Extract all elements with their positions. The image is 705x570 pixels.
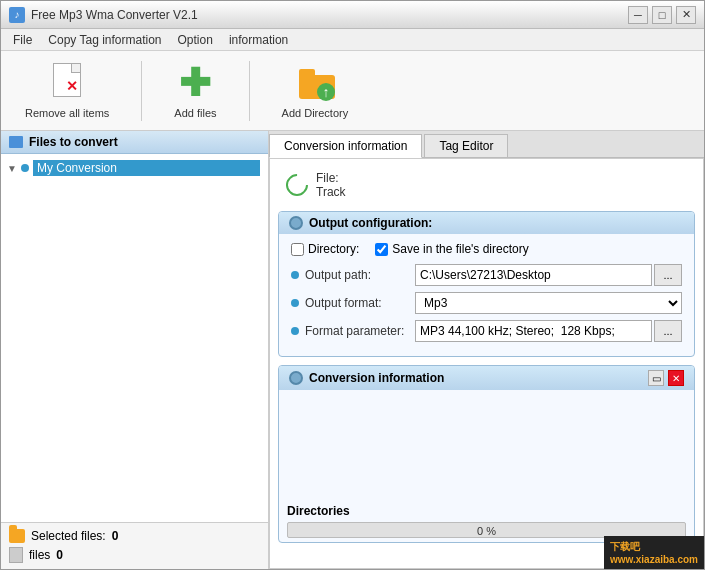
conv-info-header: Conversion information ▭ ✕ [279,366,694,390]
conv-info-minimize[interactable]: ▭ [648,370,664,386]
save-files-dir-checkbox[interactable] [375,243,388,256]
refresh-icon [281,169,312,200]
file-track-info: File: Track [316,171,346,199]
directories-label: Directories [287,504,686,518]
output-config-content: Directory: Save in the file's directory … [279,234,694,356]
tree-item-my-conversion[interactable]: My Conversion [33,160,260,176]
right-content: File: Track Output configuration: [269,158,704,569]
add-files-label: Add files [174,107,216,119]
minimize-button[interactable]: ─ [628,6,648,24]
file-info-row: File: Track [278,167,695,203]
files-header: Files to convert [1,131,268,154]
conv-info-icon [289,371,303,385]
add-directory-icon: ↑ [295,63,335,103]
menu-bar: File Copy Tag information Option informa… [1,29,704,51]
tree-expand-icon: ▼ [7,163,17,174]
output-config-header: Output configuration: [279,212,694,234]
left-status: Selected files: 0 files 0 [1,522,268,569]
tree-item-label: My Conversion [37,161,117,175]
window-title: Free Mp3 Wma Converter V2.1 [31,8,628,22]
output-format-dot [291,299,299,307]
output-path-dot [291,271,299,279]
tree-expand-root: ▼ My Conversion [5,158,264,178]
menu-copy-tag[interactable]: Copy Tag information [40,31,169,49]
tree-dot [21,164,29,172]
menu-file[interactable]: File [5,31,40,49]
remove-all-button[interactable]: ✕ Remove all items [17,59,117,123]
tab-conversion-info[interactable]: Conversion information [269,134,422,158]
menu-option[interactable]: Option [170,31,221,49]
format-param-label: Format parameter: [305,324,415,338]
output-format-select[interactable]: Mp3 [415,292,682,314]
output-format-row: Output format: Mp3 [291,292,682,314]
directory-checkbox[interactable] [291,243,304,256]
status-selected-row: Selected files: 0 [9,527,260,545]
add-directory-button[interactable]: ↑ Add Directory [274,59,357,123]
config-gear-icon [289,216,303,230]
maximize-button[interactable]: □ [652,6,672,24]
conv-info-body [279,390,694,500]
add-files-icon: ✚ [175,63,215,103]
file-label: File: [316,171,346,185]
toolbar: ✕ Remove all items ✚ Add files [1,51,704,131]
files-tree: ▼ My Conversion [1,154,268,522]
output-path-browse[interactable]: ... [654,264,682,286]
output-path-row: Output path: ... [291,264,682,286]
directory-checkbox-label[interactable]: Directory: [291,242,359,256]
left-panel: Files to convert ▼ My Conversion Selec [1,131,269,569]
output-path-label: Output path: [305,268,415,282]
menu-information[interactable]: information [221,31,296,49]
remove-icon: ✕ [47,63,87,103]
toolbar-separator-1 [141,61,142,121]
files-value: 0 [56,548,63,562]
status-files-row: files 0 [9,545,260,565]
output-format-label: Output format: [305,296,415,310]
tabs: Conversion information Tag Editor [269,131,704,158]
files-label: files [29,548,50,562]
conv-info-box: Conversion information ▭ ✕ Directories 0… [278,365,695,543]
output-path-input[interactable] [415,264,652,286]
watermark: 下载吧 www.xiazaiba.com [604,536,704,569]
title-bar: ♪ Free Mp3 Wma Converter V2.1 ─ □ ✕ [1,1,704,29]
remove-all-label: Remove all items [25,107,109,119]
output-config-section: Output configuration: Directory: Save in [278,211,695,357]
track-label: Track [316,185,346,199]
conv-info-close[interactable]: ✕ [668,370,684,386]
files-header-label: Files to convert [29,135,118,149]
right-panel: Conversion information Tag Editor File: [269,131,704,569]
selected-files-value: 0 [112,529,119,543]
files-header-icon [9,136,23,148]
close-button[interactable]: ✕ [676,6,696,24]
conv-info-controls: ▭ ✕ [648,370,684,386]
checkbox-row: Directory: Save in the file's directory [291,242,682,256]
format-param-row: Format parameter: ... [291,320,682,342]
format-param-input[interactable] [415,320,652,342]
add-directory-label: Add Directory [282,107,349,119]
window-controls: ─ □ ✕ [628,6,696,24]
format-param-browse[interactable]: ... [654,320,682,342]
save-files-dir-label[interactable]: Save in the file's directory [375,242,528,256]
format-param-dot [291,327,299,335]
toolbar-separator-2 [249,61,250,121]
tab-tag-editor[interactable]: Tag Editor [424,134,508,157]
add-files-button[interactable]: ✚ Add files [166,59,224,123]
main-content: Files to convert ▼ My Conversion Selec [1,131,704,569]
app-icon: ♪ [9,7,25,23]
selected-files-label: Selected files: [31,529,106,543]
